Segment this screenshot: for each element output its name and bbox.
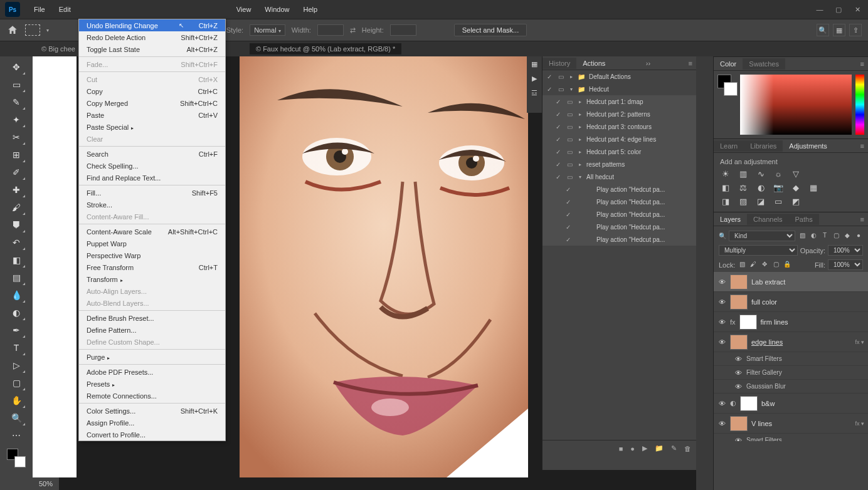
filter-smart-icon[interactable]: ◆	[843, 232, 852, 241]
new-action-icon[interactable]: ✎	[671, 444, 677, 452]
edit-item-find-and-replace-text[interactable]: Find and Replace Text...	[79, 172, 225, 184]
threshold-icon[interactable]: ◪	[755, 197, 766, 207]
shape-tool[interactable]: ▢	[7, 375, 26, 391]
filter-shape-icon[interactable]: ▢	[832, 232, 840, 241]
levels-icon[interactable]: ▥	[738, 169, 749, 179]
style-dropdown[interactable]: Normal ▾	[250, 24, 285, 36]
layer-filter-kind[interactable]: Kind	[729, 231, 795, 241]
edit-item-paste[interactable]: PasteCtrl+V	[79, 109, 225, 121]
trash-icon[interactable]: 🗑	[684, 445, 691, 452]
edit-item-transform[interactable]: Transform	[79, 273, 225, 285]
zoom-level[interactable]: 50%	[39, 480, 53, 487]
fill-value[interactable]: 100%	[828, 259, 863, 270]
actions-flyout-icon[interactable]: ≡	[685, 60, 696, 67]
edit-toolbar[interactable]: ⋯	[7, 427, 26, 444]
gradient-tool[interactable]: ▤	[7, 269, 26, 286]
blur-tool[interactable]: 💧	[7, 287, 26, 303]
tab-actions[interactable]: Actions	[576, 58, 611, 69]
lock-position-icon[interactable]: ✥	[760, 261, 769, 269]
edit-item-search[interactable]: SearchCtrl+F	[79, 148, 225, 160]
edit-item-convert-to-profile[interactable]: Convert to Profile...	[79, 429, 225, 440]
action-row[interactable]: ✓▭▾All hedcut	[542, 170, 696, 183]
width-field[interactable]	[317, 24, 344, 36]
vibrance-icon[interactable]: ▽	[790, 169, 802, 179]
edit-item-perspective-warp[interactable]: Perspective Warp	[79, 249, 225, 261]
tab-channels[interactable]: Channels	[747, 214, 788, 225]
edit-item-adobe-pdf-presets[interactable]: Adobe PDF Presets...	[79, 366, 225, 378]
doc-tab-2[interactable]: © Faux hedcut @ 50% (Lab extract, RGB/8)…	[250, 43, 401, 55]
action-row[interactable]: ✓▭▸Hedcut part 2: patterns	[542, 108, 696, 120]
action-row[interactable]: ✓Play action "Hedcut pa...	[542, 195, 696, 208]
edit-item-presets[interactable]: Presets	[79, 378, 225, 390]
menu-edit[interactable]: Edit	[53, 3, 77, 16]
close-icon[interactable]: ✕	[852, 6, 863, 14]
edit-item-copy[interactable]: CopyCtrl+C	[79, 85, 225, 97]
channelmix-icon[interactable]: ◆	[790, 183, 802, 193]
bw-icon[interactable]: ◐	[755, 183, 766, 193]
menu-window[interactable]: Window	[258, 3, 295, 16]
action-row[interactable]: ✓▭▸reset patterns	[542, 158, 696, 170]
filter-pixel-icon[interactable]: ▧	[798, 232, 807, 241]
exposure-icon[interactable]: ☼	[773, 169, 784, 179]
edit-item-toggle-last-state[interactable]: Toggle Last StateAlt+Ctrl+Z	[79, 43, 225, 55]
tab-paths[interactable]: Paths	[789, 214, 819, 225]
tab-color[interactable]: Color	[714, 58, 743, 70]
workspace-icon[interactable]: ▦	[833, 24, 845, 36]
hand-tool[interactable]: ✋	[7, 392, 26, 409]
color-field[interactable]	[740, 75, 852, 135]
blend-mode-dropdown[interactable]: Multiply	[719, 245, 798, 256]
edit-item-remote-connections[interactable]: Remote Connections...	[79, 390, 225, 402]
layer-row[interactable]: 👁◐b&w	[714, 394, 868, 414]
edit-item-define-brush-preset[interactable]: Define Brush Preset...	[79, 312, 225, 324]
edit-item-copy-merged[interactable]: Copy MergedShift+Ctrl+C	[79, 97, 225, 109]
record-icon[interactable]: ●	[630, 445, 635, 452]
curves-icon[interactable]: ∿	[755, 169, 766, 179]
action-row[interactable]: ✓▭▸Hedcut part 4: edge lines	[542, 133, 696, 145]
zoom-tool[interactable]: 🔍	[7, 410, 26, 426]
edit-item-color-settings[interactable]: Color Settings...Shift+Ctrl+K	[79, 405, 225, 417]
filter-adjust-icon[interactable]: ◐	[809, 232, 818, 241]
play-icon[interactable]: ▶	[532, 75, 537, 83]
menu-help[interactable]: Help	[297, 3, 324, 16]
tab-adjustments[interactable]: Adjustments	[783, 140, 834, 152]
layer-row[interactable]: 👁full color	[714, 292, 868, 312]
layer-filter-item[interactable]: 👁Smart Filters	[714, 352, 868, 366]
action-row[interactable]: ✓Play action "Hedcut pa...	[542, 208, 696, 221]
edit-item-stroke[interactable]: Stroke...	[79, 199, 225, 211]
lock-paint-icon[interactable]: 🖌	[749, 261, 758, 269]
chevron-down-icon[interactable]: ▾	[46, 28, 49, 33]
color-swatches[interactable]	[7, 449, 26, 467]
selectivecolor-icon[interactable]: ◩	[790, 197, 802, 207]
layer-row[interactable]: 👁fxfirm lines	[714, 312, 868, 332]
colorlookup-icon[interactable]: ▦	[808, 183, 819, 193]
tab-swatches[interactable]: Swatches	[743, 58, 785, 70]
lasso-tool[interactable]: ✎	[7, 94, 26, 110]
action-row[interactable]: ✓▭▸Hedcut part 3: contours	[542, 120, 696, 133]
stamp-tool[interactable]: ⛊	[7, 217, 26, 233]
background-color[interactable]	[14, 456, 26, 467]
layer-row[interactable]: 👁Lab extract	[714, 272, 868, 292]
brightness-icon[interactable]: ☀	[720, 169, 731, 179]
search-icon[interactable]: 🔍	[817, 24, 829, 36]
action-row[interactable]: ✓Play action "Hedcut pa...	[542, 221, 696, 233]
stop-icon[interactable]: ■	[619, 445, 623, 452]
layer-filter-item[interactable]: 👁Gaussian Blur	[714, 380, 868, 394]
action-row[interactable]: ✓Play action "Hedcut pa...	[542, 233, 696, 246]
tab-layers[interactable]: Layers	[714, 214, 747, 225]
tab-history[interactable]: History	[542, 58, 576, 69]
doc-tab-1[interactable]: © Big chee	[35, 43, 82, 55]
layer-row[interactable]: 👁edge linesfx ▾	[714, 332, 868, 352]
filter-toggle-icon[interactable]: ●	[854, 232, 863, 241]
edit-item-assign-profile[interactable]: Assign Profile...	[79, 417, 225, 429]
posterize-icon[interactable]: ▨	[738, 197, 749, 207]
layer-filter-item[interactable]: 👁Filter Gallery	[714, 366, 868, 380]
lock-artboard-icon[interactable]: ▢	[771, 261, 780, 269]
action-row[interactable]: ✓Play action "Hedcut pa...	[542, 183, 696, 195]
height-field[interactable]	[390, 24, 416, 36]
eyedropper-tool[interactable]: ✐	[7, 164, 26, 180]
edit-item-purge[interactable]: Purge	[79, 351, 225, 363]
tab-learn[interactable]: Learn	[714, 140, 744, 152]
menu-file[interactable]: File	[28, 3, 51, 16]
adjustments-flyout-icon[interactable]: ≡	[857, 142, 868, 150]
action-row[interactable]: ✓▭▸Hedcut part 1: dmap	[542, 95, 696, 108]
